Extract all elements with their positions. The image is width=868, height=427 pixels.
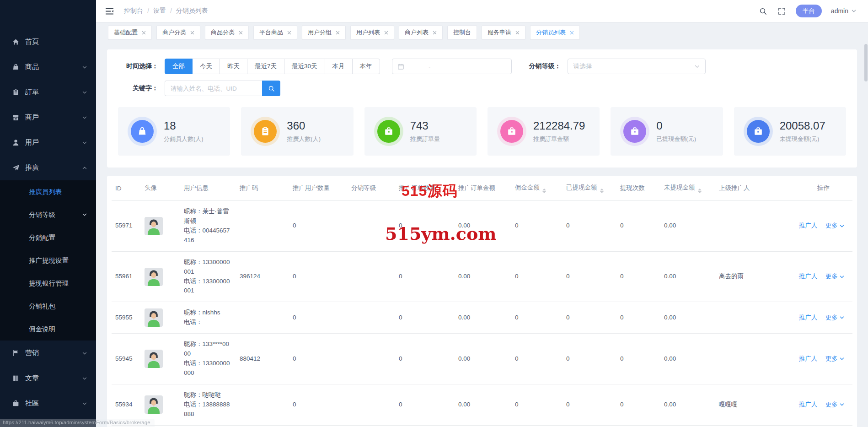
time-range-button-group: 全部 今天 昨天 最近7天 最近30天 本月 本年 xyxy=(165,59,380,74)
user-nickname: 昵称：13300000001 xyxy=(184,258,230,277)
tab-label: 基础配置 xyxy=(114,28,138,37)
user-menu[interactable]: admin xyxy=(831,7,856,15)
promoter-link[interactable]: 推广人 xyxy=(799,400,818,410)
storefront-icon xyxy=(12,114,20,121)
cell-promoted-users: 0 xyxy=(289,251,348,302)
cell-level xyxy=(348,334,395,384)
cell-user-info: 昵称：嘎嘎嘎 xyxy=(180,425,236,427)
tab-promoter-list[interactable]: 分销员列表 xyxy=(530,25,580,40)
cell-withdraw-count: 0 xyxy=(616,251,660,302)
submenu-item-distribution-level[interactable]: 分销等级 xyxy=(0,203,96,226)
more-link[interactable]: 更多 xyxy=(825,221,844,231)
sidebar-item-home[interactable]: 首頁 xyxy=(0,29,96,54)
sidebar-item-community[interactable]: 社區 xyxy=(0,391,96,416)
more-link[interactable]: 更多 xyxy=(825,354,844,364)
tab-goods-category[interactable]: 商品分类 xyxy=(205,25,249,40)
breadcrumb-item[interactable]: 设置 xyxy=(153,7,166,15)
submenu-item-promoter-list[interactable]: 推廣員列表 xyxy=(0,180,96,203)
promoter-link[interactable]: 推广人 xyxy=(799,221,818,231)
tab-user-list[interactable]: 用户列表 xyxy=(350,25,394,40)
tab-label: 用户列表 xyxy=(356,28,380,37)
tab-user-groups[interactable]: 用户分组 xyxy=(302,25,346,40)
tab-basic-config[interactable]: 基础配置 xyxy=(108,25,152,40)
submenu-item-withdraw-settings[interactable]: 推广提现设置 xyxy=(0,249,96,272)
close-icon[interactable] xyxy=(190,31,194,35)
chevron-down-icon xyxy=(695,64,700,69)
tab-dashboard[interactable]: 控制台 xyxy=(447,25,477,40)
date-range-picker[interactable]: - xyxy=(392,59,512,74)
sidebar-item-users[interactable]: 用戶 xyxy=(0,130,96,155)
more-link[interactable]: 更多 xyxy=(825,400,844,410)
fullscreen-icon[interactable] xyxy=(777,6,787,16)
sort-icon[interactable] xyxy=(698,189,702,193)
close-icon[interactable] xyxy=(433,31,437,35)
search-icon[interactable] xyxy=(758,6,768,16)
submenu-item-withdraw-banks[interactable]: 提现银行管理 xyxy=(0,272,96,295)
time-option-7days[interactable]: 最近7天 xyxy=(247,59,284,74)
vertical-scrollbar-thumb[interactable] xyxy=(864,44,868,81)
promoter-link[interactable]: 推广人 xyxy=(799,354,818,364)
sidebar-item-goods[interactable]: 商品 xyxy=(0,54,96,80)
cell-order-amount: 0.00 xyxy=(455,251,511,302)
tab-label: 控制台 xyxy=(453,28,471,37)
chevron-down-icon xyxy=(852,9,856,13)
level-select[interactable]: 请选择 xyxy=(568,59,706,74)
sidebar-item-merchants[interactable]: 商戶 xyxy=(0,105,96,130)
col-withdrawn: 已提现金额 xyxy=(563,176,616,201)
submenu-item-commission-notes[interactable]: 佣金说明 xyxy=(0,318,96,341)
cell-withdraw-count: 0 xyxy=(616,425,660,427)
close-icon[interactable] xyxy=(570,31,574,35)
workspace-badge[interactable]: 平台 xyxy=(796,5,822,17)
sidebar-item-promotion[interactable]: 推廣 xyxy=(0,155,96,180)
cell-promo-code xyxy=(236,302,289,334)
sort-icon[interactable] xyxy=(600,189,604,193)
stat-value: 0 xyxy=(656,119,696,132)
time-option-today[interactable]: 今天 xyxy=(192,59,220,74)
chevron-down-icon xyxy=(82,65,87,70)
tab-platform-goods[interactable]: 平台商品 xyxy=(253,25,297,40)
stat-value: 360 xyxy=(287,119,321,132)
keyword-input[interactable] xyxy=(165,81,262,96)
time-option-year[interactable]: 本年 xyxy=(352,59,380,74)
collapse-menu-icon[interactable] xyxy=(103,5,116,17)
more-link[interactable]: 更多 xyxy=(825,313,844,323)
sidebar-item-label: 首頁 xyxy=(25,38,39,46)
time-option-yesterday[interactable]: 昨天 xyxy=(220,59,247,74)
sidebar-item-marketing[interactable]: 营销 xyxy=(0,341,96,366)
tab-service-apply[interactable]: 服务申请 xyxy=(482,25,525,40)
promotion-submenu: 推廣員列表 分销等级 分銷配置 推广提现设置 提现银行管理 分销礼包 佣金说明 xyxy=(0,180,96,341)
promoter-link[interactable]: 推广人 xyxy=(799,313,818,323)
keyword-label: 关键字： xyxy=(118,84,158,92)
time-option-all[interactable]: 全部 xyxy=(165,59,193,74)
tab-merchant-list[interactable]: 商户列表 xyxy=(399,25,443,40)
search-button[interactable] xyxy=(262,81,280,96)
sort-icon[interactable] xyxy=(542,189,546,193)
chevron-down-icon xyxy=(840,402,844,407)
close-icon[interactable] xyxy=(239,31,243,35)
close-icon[interactable] xyxy=(142,31,146,35)
sidebar-item-orders[interactable]: 訂單 xyxy=(0,80,96,105)
close-icon[interactable] xyxy=(287,31,291,35)
close-icon[interactable] xyxy=(384,31,388,35)
breadcrumb-item[interactable]: 分销员列表 xyxy=(176,7,208,15)
submenu-item-distribution-gift[interactable]: 分销礼包 xyxy=(0,295,96,318)
promoter-link[interactable]: 推广人 xyxy=(799,272,818,281)
sidebar-item-articles[interactable]: 文章 xyxy=(0,366,96,391)
cell-withdrawn: 0 xyxy=(563,334,616,384)
time-option-30days[interactable]: 最近30天 xyxy=(284,59,325,74)
close-icon[interactable] xyxy=(336,31,340,35)
cell-parent-promoter xyxy=(715,302,788,334)
more-link[interactable]: 更多 xyxy=(825,272,844,281)
submenu-item-label: 分销等级 xyxy=(29,211,55,219)
cell-promo-code xyxy=(236,384,289,425)
close-icon[interactable] xyxy=(515,31,520,35)
breadcrumb-item[interactable]: 控制台 xyxy=(124,7,143,15)
sidebar-item-label: 商戶 xyxy=(25,113,39,122)
time-option-month[interactable]: 本月 xyxy=(325,59,353,74)
col-commission: 佣金金额 xyxy=(511,176,563,201)
status-url-bubble: https://211.haiwaiym6.top/admin/systemFo… xyxy=(0,419,155,427)
col-parent-promoter: 上级推广人 xyxy=(715,176,788,201)
stat-label: 推廣訂單量 xyxy=(410,135,440,143)
submenu-item-distribution-config[interactable]: 分銷配置 xyxy=(0,226,96,249)
tab-merchant-category[interactable]: 商户分类 xyxy=(156,25,200,40)
